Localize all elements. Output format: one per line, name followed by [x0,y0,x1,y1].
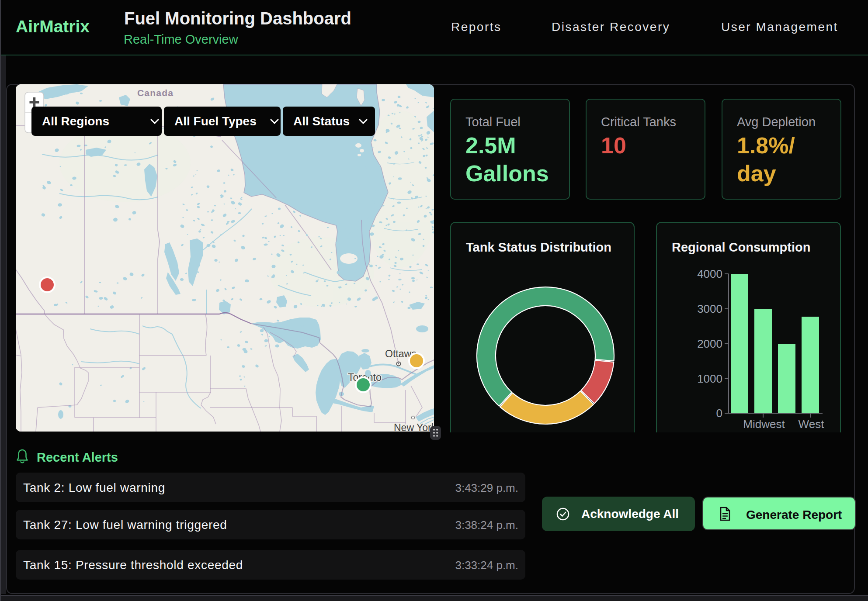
svg-text:0: 0 [716,407,722,420]
svg-text:New York: New York [394,422,434,432]
svg-text:West: West [799,418,825,431]
svg-text:Midwest: Midwest [743,418,785,431]
svg-text:4000: 4000 [697,267,722,280]
svg-text:3000: 3000 [697,302,722,315]
svg-text:Canada: Canada [137,88,174,98]
svg-text:1000: 1000 [697,372,722,385]
svg-text:2000: 2000 [697,337,722,350]
